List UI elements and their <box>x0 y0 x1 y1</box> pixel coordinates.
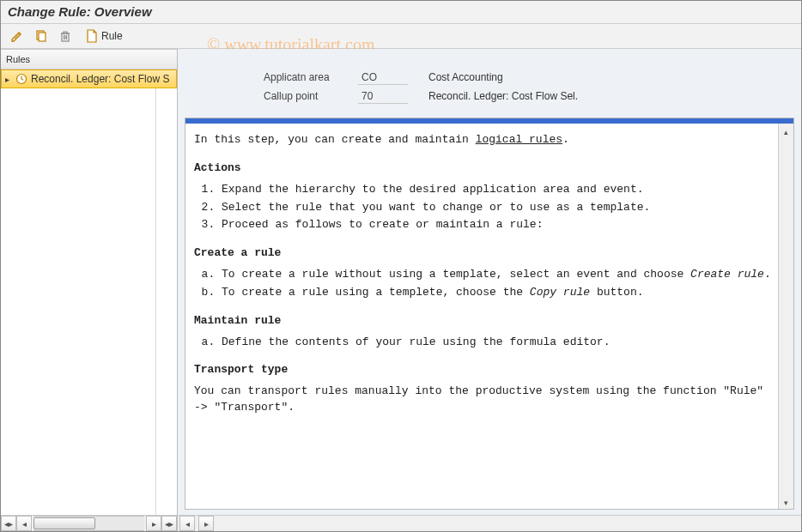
tree-column-header[interactable]: Rules <box>1 49 177 70</box>
actions-list: Expand the hierarchy to the desired appl… <box>194 182 771 234</box>
maintain-item-a: Define the contents of your rule using t… <box>222 335 771 351</box>
create-item-a: To create a rule without using a templat… <box>222 267 771 283</box>
help-intro: In this step, you can create and maintai… <box>194 132 771 148</box>
tree-horizontal-scrollbar: ◂▸ ◂ ▸ ◂▸ <box>1 515 177 531</box>
right-area: Applicatn area CO Cost Accounting Callup… <box>178 49 801 531</box>
help-vertical-scrollbar[interactable]: ▴ ▾ <box>778 124 793 509</box>
create-item-b: To create a rule using a templete, choos… <box>222 285 771 301</box>
rule-menu-label: Rule <box>101 30 123 42</box>
info-code-callup-point: 70 <box>358 89 408 104</box>
create-list: To create a rule without using a templat… <box>194 267 771 301</box>
help-panel: ▴ ▾ In this step, you can create and mai… <box>185 118 794 510</box>
actions-item-3: Proceed as follows to create or maintain… <box>222 217 771 233</box>
help-content: In this step, you can create and maintai… <box>185 124 793 425</box>
scroll-down-icon[interactable]: ▾ <box>780 496 793 509</box>
rule-header-info: Applicatn area CO Cost Accounting Callup… <box>178 49 801 118</box>
tree-node-reconcil-ledger[interactable]: ▸ Reconcil. Ledger: Cost Flow S <box>1 70 177 88</box>
info-row-callup-point: Callup point 70 Reconcil. Ledger: Cost F… <box>264 87 784 106</box>
page-title: Change Rule: Overview <box>1 1 801 24</box>
main-area: Rules ▸ Reconcil. Ledger: Cost Flow S ◂▸… <box>1 49 801 531</box>
section-transport-title: Transport type <box>194 362 771 378</box>
info-desc-callup-point: Reconcil. Ledger: Cost Flow Sel. <box>428 90 578 102</box>
scroll-first-icon[interactable]: ◂▸ <box>1 516 16 531</box>
transport-body: You can transport rules manually into th… <box>194 384 771 416</box>
pencil-icon <box>10 29 24 43</box>
rule-menu-button[interactable]: Rule <box>80 27 129 45</box>
scroll-track[interactable] <box>33 516 144 531</box>
section-create-title: Create a rule <box>194 245 771 262</box>
delete-button[interactable] <box>56 27 75 45</box>
section-maintain-title: Maintain rule <box>194 313 771 329</box>
scroll-left-icon[interactable]: ◂ <box>16 516 32 531</box>
scroll-thumb[interactable] <box>33 517 95 529</box>
logical-rules-link[interactable]: logical rules <box>476 133 562 146</box>
tree-body: ▸ Reconcil. Ledger: Cost Flow S <box>1 70 177 515</box>
right-bottom-scrollbar: ◂ ▸ <box>178 515 801 531</box>
actions-item-1: Expand the hierarchy to the desired appl… <box>222 182 771 198</box>
info-label-callup-point: Callup point <box>264 90 358 102</box>
document-icon <box>86 29 98 43</box>
actions-item-2: Select the rule that you want to change … <box>222 200 771 216</box>
copy-icon <box>34 29 48 43</box>
tree-node-label: Reconcil. Ledger: Cost Flow S <box>31 73 169 85</box>
info-row-application-area: Applicatn area CO Cost Accounting <box>264 68 784 87</box>
copy-button[interactable] <box>32 27 51 45</box>
right-scroll-right-icon[interactable]: ▸ <box>198 516 214 531</box>
right-scroll-left-icon[interactable]: ◂ <box>179 516 195 531</box>
info-code-application-area: CO <box>358 70 408 85</box>
trash-icon <box>58 29 72 43</box>
left-panel: Rules ▸ Reconcil. Ledger: Cost Flow S ◂▸… <box>1 49 178 531</box>
edit-button[interactable] <box>8 27 27 45</box>
toolbar: Rule <box>1 24 801 49</box>
scroll-up-icon[interactable]: ▴ <box>780 125 793 138</box>
scroll-right-icon[interactable]: ▸ <box>146 516 161 531</box>
tree-expander-icon[interactable]: ▸ <box>5 75 12 84</box>
svg-rect-1 <box>39 33 46 41</box>
maintain-list: Define the contents of your rule using t… <box>194 335 771 351</box>
tree-column-divider[interactable] <box>155 88 156 515</box>
info-desc-application-area: Cost Accounting <box>428 71 503 83</box>
clock-icon <box>15 73 27 85</box>
info-label-application-area: Applicatn area <box>264 71 358 83</box>
scroll-last-icon[interactable]: ◂▸ <box>161 516 177 531</box>
app-window: Change Rule: Overview <box>0 0 802 532</box>
section-actions-title: Actions <box>194 160 771 177</box>
